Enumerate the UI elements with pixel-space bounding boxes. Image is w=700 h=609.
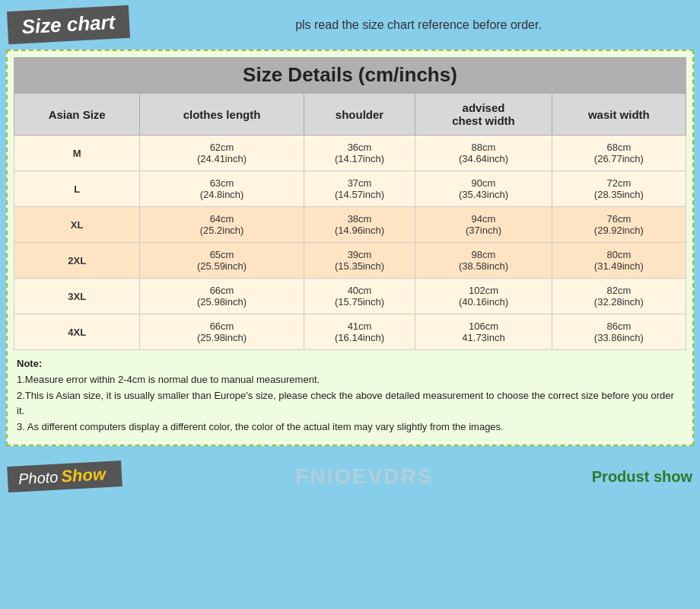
size-cell: 3XL xyxy=(14,279,140,314)
table-header-row: Asian Size clothes length shoulder advis… xyxy=(14,94,686,136)
chest-width-cell: 106cm41.73inch xyxy=(415,314,552,350)
show-label: Show xyxy=(61,465,107,487)
clothes-length-cell: 62cm(24.41inch) xyxy=(140,136,304,171)
product-show-text: Produst show xyxy=(592,468,692,486)
clothes-length-cell: 65cm(25.59inch) xyxy=(140,243,304,279)
table-row: 2XL65cm(25.59inch)39cm(15.35inch)98cm(38… xyxy=(14,243,686,279)
footer-bar: Photo Show FNIOEVDRS Produst show xyxy=(0,452,700,502)
note-lines: 1.Measure error within 2-4cm is normal d… xyxy=(17,374,674,432)
page-wrapper: Size chart pls read the size chart refer… xyxy=(0,0,700,609)
size-chart-label: Size chart xyxy=(21,11,116,38)
photo-label: Photo xyxy=(18,468,58,488)
waist-width-cell: 68cm(26.77inch) xyxy=(552,136,686,171)
size-cell: 2XL xyxy=(14,243,140,279)
table-title: Size Details (cm/inchs) xyxy=(14,57,686,93)
note-line-2: 2.This is Asian size, it is usually smal… xyxy=(17,390,674,417)
clothes-length-cell: 66cm(25.98inch) xyxy=(140,314,304,350)
col-asian-size: Asian Size xyxy=(14,94,140,136)
size-cell: L xyxy=(14,171,140,207)
waist-width-cell: 80cm(31.49inch) xyxy=(552,243,686,279)
note-title: Note: xyxy=(17,358,42,369)
chest-width-cell: 88cm(34.64inch) xyxy=(415,136,552,171)
waist-width-cell: 82cm(32.28inch) xyxy=(552,279,686,314)
clothes-length-cell: 66cm(25.98inch) xyxy=(140,279,304,314)
waist-width-cell: 86cm(33.86inch) xyxy=(552,314,686,350)
size-chart-badge: Size chart xyxy=(7,5,130,44)
note-line-3: 3. As different computers display a diff… xyxy=(17,421,504,432)
col-clothes-length: clothes length xyxy=(140,94,304,136)
chest-width-cell: 94cm(37inch) xyxy=(415,207,552,243)
shoulder-cell: 38cm(14.96inch) xyxy=(304,207,415,243)
col-shoulder: shoulder xyxy=(304,94,415,136)
size-cell: 4XL xyxy=(14,314,140,350)
chest-width-cell: 90cm(35.43inch) xyxy=(415,171,552,207)
clothes-length-cell: 64cm(25.2inch) xyxy=(140,207,304,243)
brand-text: FNIOEVDRS xyxy=(137,464,592,489)
chest-width-cell: 102cm(40.16inch) xyxy=(415,279,552,314)
shoulder-cell: 39cm(15.35inch) xyxy=(304,243,415,279)
shoulder-cell: 41cm(16.14inch) xyxy=(304,314,415,350)
header-subtitle: pls read the size chart reference before… xyxy=(145,18,692,32)
main-content: Size Details (cm/inchs) Asian Size cloth… xyxy=(6,49,694,446)
size-table: Asian Size clothes length shoulder advis… xyxy=(14,93,686,350)
shoulder-cell: 36cm(14.17inch) xyxy=(304,136,415,171)
table-row: 4XL66cm(25.98inch)41cm(16.14inch)106cm41… xyxy=(14,314,686,350)
waist-width-cell: 76cm(29.92inch) xyxy=(552,207,686,243)
size-cell: XL xyxy=(14,207,140,243)
table-row: XL64cm(25.2inch)38cm(14.96inch)94cm(37in… xyxy=(14,207,686,243)
note-line-1: 1.Measure error within 2-4cm is normal d… xyxy=(17,374,320,385)
shoulder-cell: 37cm(14.57inch) xyxy=(304,171,415,207)
note-section: Note: 1.Measure error within 2-4cm is no… xyxy=(14,350,686,438)
col-chest-width: advisedchest width xyxy=(415,94,552,136)
col-waist-width: wasit width xyxy=(552,94,686,136)
clothes-length-cell: 63cm(24.8inch) xyxy=(140,171,304,207)
shoulder-cell: 40cm(15.75inch) xyxy=(304,279,415,314)
size-cell: M xyxy=(14,136,140,171)
photo-show-badge: Photo Show xyxy=(7,461,123,493)
table-row: M62cm(24.41inch)36cm(14.17inch)88cm(34.6… xyxy=(14,136,686,171)
table-row: 3XL66cm(25.98inch)40cm(15.75inch)102cm(4… xyxy=(14,279,686,314)
table-row: L63cm(24.8inch)37cm(14.57inch)90cm(35.43… xyxy=(14,171,686,207)
waist-width-cell: 72cm(28.35inch) xyxy=(552,171,686,207)
header-bar: Size chart pls read the size chart refer… xyxy=(0,0,700,49)
chest-width-cell: 98cm(38.58inch) xyxy=(415,243,552,279)
